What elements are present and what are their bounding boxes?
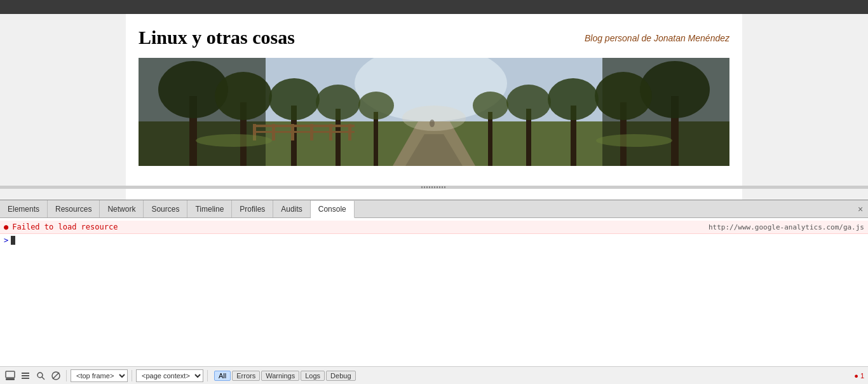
svg-rect-28 [253, 131, 355, 133]
browser-top-bar [0, 0, 868, 14]
error-circle-icon: ● [4, 223, 8, 231]
separator-2 [132, 370, 132, 381]
page-container: Linux y otras cosas Blog personal de Jon… [126, 14, 742, 200]
svg-rect-31 [291, 124, 294, 141]
block-icon[interactable] [50, 369, 62, 382]
error-badge-icon: ● [854, 372, 858, 380]
svg-point-36 [596, 134, 672, 147]
svg-point-18 [215, 72, 272, 120]
console-prompt-icon: > [4, 236, 8, 245]
devtools-console-content: ● Failed to load resource http://www.goo… [0, 218, 868, 366]
console-error-line: ● Failed to load resource http://www.goo… [0, 221, 868, 234]
svg-rect-33 [329, 124, 332, 141]
frame-selector[interactable]: <top frame> [71, 369, 128, 382]
error-count: 1 [860, 372, 864, 380]
main-content: Linux y otras cosas Blog personal de Jon… [0, 14, 868, 200]
svg-rect-41 [22, 373, 29, 374]
svg-point-23 [595, 72, 652, 120]
devtools-tabs-bar: Elements Resources Network Sources Timel… [0, 200, 868, 218]
banner-svg [139, 58, 729, 166]
tab-timeline[interactable]: Timeline [187, 200, 232, 217]
svg-point-25 [506, 85, 551, 120]
search-icon[interactable] [34, 369, 47, 382]
svg-line-45 [42, 377, 44, 380]
svg-point-26 [473, 92, 508, 120]
svg-rect-30 [272, 124, 275, 141]
svg-rect-42 [22, 375, 29, 376]
separator-1 [66, 370, 67, 381]
resize-handle[interactable] [0, 186, 868, 189]
tab-elements[interactable]: Elements [0, 200, 48, 217]
svg-rect-39 [6, 371, 15, 378]
svg-rect-43 [22, 378, 29, 379]
svg-point-20 [316, 85, 360, 120]
filter-warnings-button[interactable]: Warnings [261, 371, 299, 381]
console-cursor [11, 236, 15, 245]
list-icon[interactable] [19, 369, 32, 382]
svg-point-35 [196, 134, 272, 147]
svg-rect-34 [348, 124, 351, 141]
filter-all-button[interactable]: All [214, 371, 231, 381]
svg-rect-32 [310, 124, 313, 141]
svg-point-38 [402, 106, 466, 131]
svg-rect-27 [253, 125, 355, 127]
blog-subtitle: Blog personal de Jonatan Menéndez [585, 27, 729, 43]
svg-line-47 [53, 373, 59, 379]
filter-logs-button[interactable]: Logs [301, 371, 325, 381]
filter-debug-button[interactable]: Debug [326, 371, 355, 381]
separator-3 [207, 370, 208, 381]
filter-errors-button[interactable]: Errors [232, 371, 260, 381]
console-input-line[interactable]: > [0, 234, 868, 247]
tab-resources[interactable]: Resources [48, 200, 100, 217]
blog-header: Linux y otras cosas Blog personal de Jon… [139, 27, 729, 48]
dock-icon[interactable] [4, 369, 17, 382]
tab-profiles[interactable]: Profiles [232, 200, 273, 217]
svg-point-44 [37, 373, 43, 378]
console-error-text: Failed to load resource [12, 223, 709, 231]
svg-rect-16 [488, 112, 492, 166]
svg-point-24 [548, 78, 599, 120]
svg-rect-40 [6, 378, 15, 380]
context-selector[interactable]: <page context> [136, 369, 203, 382]
devtools-close-button[interactable]: × [855, 204, 865, 214]
blog-title: Linux y otras cosas [139, 27, 295, 48]
svg-point-21 [358, 92, 394, 120]
devtools-panel: Elements Resources Network Sources Timel… [0, 200, 868, 384]
blog-banner [139, 58, 729, 166]
tab-audits[interactable]: Audits [273, 200, 310, 217]
tab-sources[interactable]: Sources [144, 200, 187, 217]
error-count-badge: ● 1 [854, 372, 864, 380]
tab-console[interactable]: Console [311, 201, 355, 218]
svg-rect-11 [374, 112, 378, 166]
svg-point-19 [269, 78, 320, 120]
devtools-bottom-bar: <top frame> <page context> All Errors Wa… [0, 366, 868, 384]
console-error-url: http://www.google-analytics.com/ga.js [709, 223, 864, 231]
filter-buttons: All Errors Warnings Logs Debug [214, 371, 356, 381]
tab-network[interactable]: Network [100, 200, 144, 217]
